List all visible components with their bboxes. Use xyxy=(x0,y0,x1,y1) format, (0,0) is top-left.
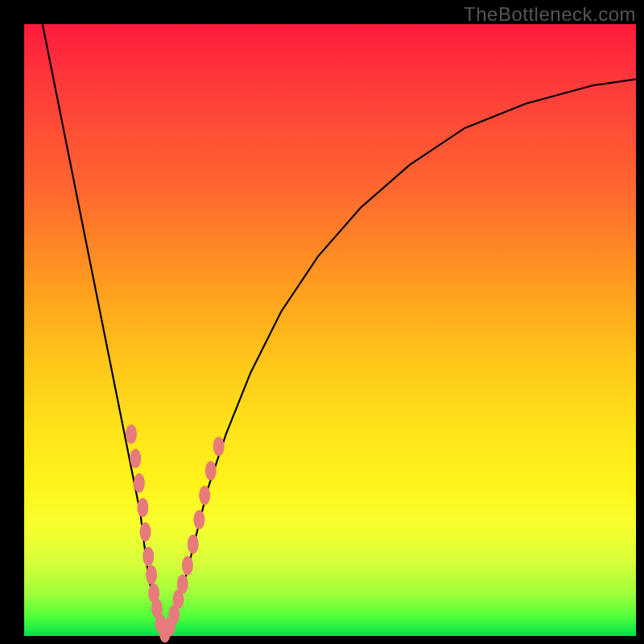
curve-dots xyxy=(126,424,225,642)
curve-dot xyxy=(193,510,204,530)
bottleneck-curve xyxy=(43,24,636,636)
curve-dot xyxy=(146,565,157,584)
curve-dot xyxy=(134,473,145,493)
curve-dot xyxy=(142,547,154,566)
curve-dot xyxy=(205,461,217,481)
curve-dot xyxy=(213,436,225,456)
curve-dot xyxy=(188,535,199,554)
curve-dot xyxy=(182,556,193,576)
curve-dot xyxy=(177,574,188,593)
chart-overlay xyxy=(24,24,636,636)
curve-dot xyxy=(130,449,141,469)
curve-dot xyxy=(126,424,137,444)
curve-dot xyxy=(137,497,148,517)
curve-dot xyxy=(199,485,210,505)
chart-frame: TheBottleneck.com xyxy=(0,0,644,644)
watermark-text: TheBottleneck.com xyxy=(464,3,636,26)
plot-area xyxy=(24,24,636,636)
curve-dot xyxy=(140,522,151,542)
